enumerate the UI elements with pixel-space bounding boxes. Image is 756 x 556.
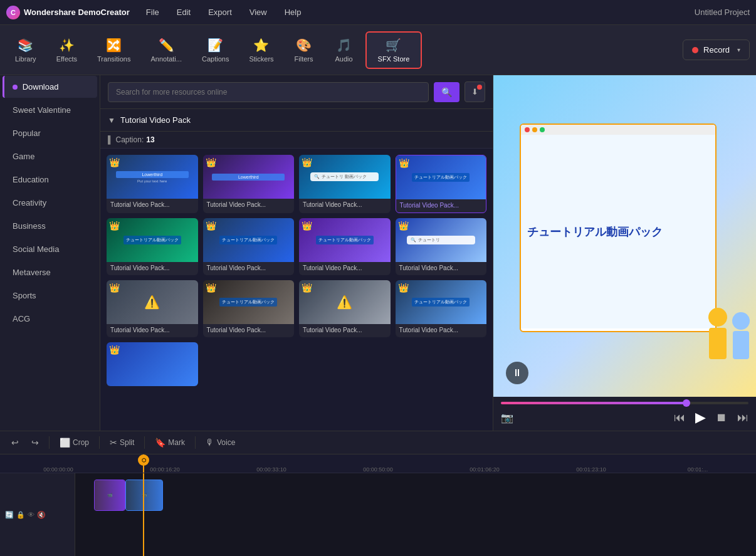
- crown-icon-8: 👑: [398, 221, 409, 231]
- toolbar-captions-label: Captions: [202, 55, 229, 63]
- toolbar-stickers[interactable]: ⭐ Stickers: [240, 33, 282, 68]
- grid-item-10[interactable]: 👑 チュートリアル動画パック Tutorial Video Pack...: [203, 280, 295, 337]
- track-clip-2[interactable]: 📹: [125, 480, 163, 511]
- crown-icon-6: 👑: [206, 221, 216, 231]
- grid-item-2[interactable]: 👑 Lowerthird Tutorial Video Pack...: [203, 155, 295, 213]
- search-input[interactable]: [108, 82, 429, 102]
- toolbar-stickers-label: Stickers: [249, 55, 273, 63]
- track-vol-1[interactable]: 🔇: [37, 511, 46, 519]
- sidebar-item-social-media[interactable]: Social Media: [3, 238, 97, 260]
- grid-label-3: Tutorial Video Pack...: [299, 199, 391, 212]
- grid-item-5[interactable]: 👑 チュートリアル動画パック Tutorial Video Pack...: [107, 218, 198, 275]
- crown-icon-11: 👑: [302, 283, 312, 293]
- toolbar-audio[interactable]: 🎵 Audio: [325, 33, 363, 68]
- toolbar-annotations[interactable]: ✏️ Annotati...: [142, 33, 191, 68]
- grid-item-11[interactable]: 👑 ⚠️ Tutorial Video Pack...: [299, 280, 391, 337]
- content-grid: 👑 Lowerthird Put your text here Tutorial…: [100, 149, 493, 431]
- active-dot: [13, 85, 18, 90]
- sidebar-item-sweet-valentine[interactable]: Sweet Valentine: [3, 99, 97, 121]
- grid-item-12[interactable]: 👑 チュートリアル動画パック Tutorial Video Pack...: [396, 280, 487, 337]
- pack-header: ▼ Tutorial Video Pack: [100, 109, 493, 132]
- grid-label-10: Tutorial Video Pack...: [203, 324, 295, 337]
- download-icon-button[interactable]: ⬇: [465, 81, 485, 102]
- track-clip-1[interactable]: 📹: [94, 480, 125, 511]
- grid-item-7[interactable]: 👑 チュートリアル動画パック Tutorial Video Pack...: [299, 218, 391, 275]
- grid-item-4[interactable]: 👑 チュートリアル動画パック Tutorial Video Pack...: [396, 155, 487, 213]
- grid-item-8[interactable]: 👑 🔍チュートリ Tutorial Video Pack...: [396, 218, 487, 275]
- track-eye-1[interactable]: 🔒: [16, 511, 25, 519]
- toolbar-captions[interactable]: 📝 Captions: [193, 33, 238, 68]
- mark-button[interactable]: 🔖 Mark: [150, 435, 190, 450]
- toolbar-transitions[interactable]: 🔀 Transitions: [88, 33, 139, 68]
- grid-item-9[interactable]: 👑 ⚠️ Tutorial Video Pack...: [107, 280, 198, 337]
- crown-icon-4: 👑: [399, 158, 409, 168]
- screenshot-button[interactable]: 📷: [501, 412, 513, 424]
- grid-item-13[interactable]: 👑: [107, 342, 198, 386]
- skip-back-button[interactable]: ⏮: [674, 411, 685, 424]
- search-bar: 🔍 ⬇: [100, 75, 493, 109]
- sidebar-item-metaverse[interactable]: Metaverse: [3, 261, 97, 283]
- toolbar-transitions-label: Transitions: [97, 55, 130, 63]
- sidebar-item-sports[interactable]: Sports: [3, 285, 97, 307]
- sfx-store-icon: 🛒: [386, 38, 401, 53]
- playhead[interactable]: ⬡: [143, 454, 144, 473]
- separator-1: [49, 436, 50, 449]
- record-button[interactable]: Record ▾: [683, 39, 750, 60]
- grid-label-11: Tutorial Video Pack...: [299, 324, 391, 337]
- sidebar-item-download[interactable]: Download: [3, 76, 97, 98]
- crown-icon-12: 👑: [398, 283, 409, 293]
- grid-label-6: Tutorial Video Pack...: [203, 262, 295, 275]
- crown-icon-3: 👑: [302, 157, 312, 167]
- toolbar-effects[interactable]: ✨ Effects: [48, 33, 86, 68]
- search-button[interactable]: 🔍: [434, 82, 459, 102]
- track-mute-1[interactable]: 👁: [28, 511, 34, 519]
- progress-fill: [501, 402, 686, 404]
- library-icon: 📚: [18, 38, 33, 53]
- filters-icon: 🎨: [296, 38, 312, 53]
- crop-button[interactable]: ⬜ Crop: [55, 435, 94, 450]
- undo-button[interactable]: ↩: [6, 435, 24, 450]
- sidebar-item-acg[interactable]: ACG: [3, 308, 97, 330]
- sidebar-item-education[interactable]: Education: [3, 169, 97, 191]
- crown-icon-9: 👑: [109, 283, 120, 293]
- split-icon: ✂: [110, 438, 117, 448]
- menu-export[interactable]: Export: [204, 5, 236, 19]
- menu-view[interactable]: View: [246, 5, 271, 19]
- toolbar-library[interactable]: 📚 Library: [6, 33, 45, 68]
- grid-item-1[interactable]: 👑 Lowerthird Put your text here Tutorial…: [107, 155, 198, 213]
- grid-item-6[interactable]: 👑 チュートリアル動画パック Tutorial Video Pack...: [203, 218, 295, 275]
- stop-button[interactable]: ⏹: [716, 411, 727, 424]
- pack-chevron-icon[interactable]: ▼: [108, 116, 115, 125]
- separator-4: [195, 436, 196, 449]
- ruler-marks: 00:00:00:00 00:00:16:20 00:00:33:10 00:0…: [0, 454, 756, 473]
- menu-file[interactable]: File: [142, 5, 163, 19]
- split-button[interactable]: ✂ Split: [105, 435, 139, 450]
- sidebar-item-popular[interactable]: Popular: [3, 122, 97, 144]
- menu-help[interactable]: Help: [281, 5, 305, 19]
- ruler-1: 00:00:16:20: [112, 466, 218, 473]
- toolbar-audio-label: Audio: [335, 55, 352, 63]
- main-area: Download Sweet Valentine Popular Game Ed…: [0, 75, 756, 431]
- grid-item-3[interactable]: 👑 🔍チュートリ 動画パック Tutorial Video Pack...: [299, 155, 391, 213]
- track-lock-1[interactable]: 🔄: [5, 511, 14, 519]
- menu-edit[interactable]: Edit: [173, 5, 194, 19]
- toolbar-filters[interactable]: 🎨 Filters: [285, 33, 323, 68]
- sidebar-education-label: Education: [13, 175, 49, 184]
- grid-label-1: Tutorial Video Pack...: [107, 199, 198, 212]
- progress-bar[interactable]: [501, 402, 748, 404]
- sidebar-metaverse-label: Metaverse: [13, 268, 51, 277]
- sidebar-item-game[interactable]: Game: [3, 145, 97, 167]
- toolbar-sfxstore[interactable]: 🛒 SFX Store: [365, 31, 423, 69]
- pause-overlay[interactable]: ⏸: [506, 362, 528, 384]
- mark-icon: 🔖: [155, 438, 165, 448]
- sidebar-item-business[interactable]: Business: [3, 215, 97, 237]
- skip-forward-button[interactable]: ⏭: [737, 411, 748, 424]
- grid-label-2: Tutorial Video Pack...: [203, 199, 295, 212]
- play-button[interactable]: ▶: [695, 409, 706, 426]
- sidebar-item-creativity[interactable]: Creativity: [3, 192, 97, 214]
- app-logo: C Wondershare DemoCreator: [6, 6, 130, 19]
- voice-button[interactable]: 🎙 Voice: [201, 435, 240, 450]
- crown-icon-5: 👑: [109, 221, 120, 231]
- effects-icon: ✨: [59, 38, 75, 53]
- redo-button[interactable]: ↪: [26, 435, 44, 450]
